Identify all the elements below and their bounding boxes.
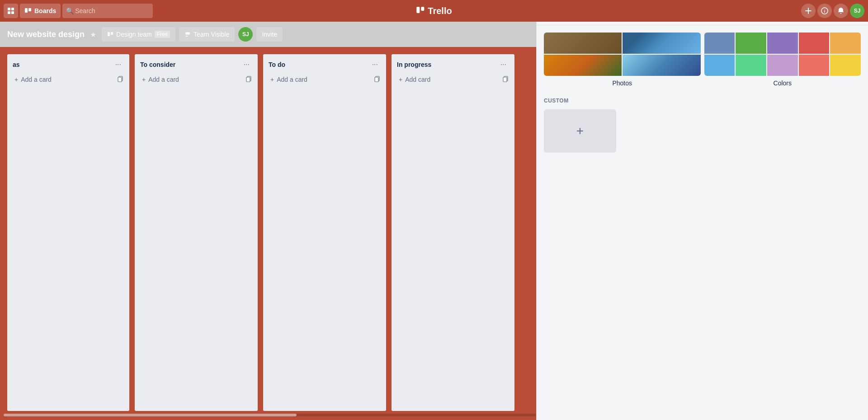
copy-card-button-to-consider[interactable]: [244, 74, 254, 85]
add-card-row-to-consider: + Add a card: [138, 73, 254, 86]
colors-thumbnail: [704, 33, 861, 76]
color-swatch-1: [704, 33, 735, 54]
list-title-in-progress: In progress: [397, 61, 431, 68]
board-title: New website design: [7, 30, 85, 39]
board-avatar: SJ: [238, 27, 253, 42]
list-header-to-consider: To consider ···: [138, 58, 254, 70]
list-header-to-do: To do ···: [267, 58, 382, 70]
home-button[interactable]: [4, 4, 18, 18]
svg-rect-15: [118, 77, 122, 82]
add-card-row-to-do: + Add a card: [267, 73, 382, 86]
star-icon: ★: [90, 31, 96, 38]
color-swatch-7: [736, 55, 766, 76]
color-swatch-10: [830, 55, 861, 76]
svg-rect-2: [8, 11, 10, 14]
list-title: as: [13, 61, 20, 68]
svg-rect-0: [8, 8, 10, 10]
visibility-button[interactable]: Team Visible: [179, 27, 235, 42]
team-badge: Free: [155, 31, 170, 38]
invite-button[interactable]: Invite: [256, 27, 282, 42]
plus-icon-to-do: +: [270, 76, 274, 83]
color-swatch-9: [799, 55, 830, 76]
info-button[interactable]: i: [817, 4, 832, 18]
colors-grid: [704, 33, 861, 76]
photos-thumbnail: [544, 33, 701, 76]
color-swatch-3: [767, 33, 798, 54]
photos-label: Photos: [612, 79, 632, 87]
design-team-button[interactable]: Design team Free: [102, 27, 175, 42]
custom-add-icon: +: [576, 124, 584, 138]
search-wrapper: 🔍: [62, 4, 153, 18]
add-card-row-in-progress: + Add card: [395, 73, 511, 86]
photo-4: [623, 55, 700, 76]
notification-button[interactable]: [834, 4, 848, 18]
color-swatch-2: [736, 33, 766, 54]
colors-option[interactable]: Colors: [704, 33, 861, 87]
svg-rect-21: [503, 77, 507, 82]
custom-section-title: Custom: [544, 98, 861, 104]
user-avatar[interactable]: SJ: [850, 4, 864, 18]
boards-label: Boards: [34, 7, 56, 14]
add-card-button-to-consider[interactable]: + Add a card: [138, 73, 244, 86]
list-partial: as ··· + Add a card: [7, 54, 129, 411]
custom-section: Custom +: [544, 98, 861, 153]
photos-option[interactable]: Photos: [544, 33, 701, 87]
svg-rect-3: [11, 11, 14, 14]
scroll-track: [4, 414, 536, 416]
boards-button[interactable]: Boards: [20, 4, 61, 18]
plus-icon-in-progress: +: [399, 76, 402, 83]
star-button[interactable]: ★: [88, 28, 98, 41]
lists-container: as ··· + Add a card To consider: [0, 47, 536, 420]
list-header: as ···: [11, 58, 126, 70]
svg-rect-4: [25, 8, 28, 13]
svg-rect-1: [11, 8, 14, 10]
add-card-label-to-do: Add a card: [277, 76, 307, 83]
add-card-row: + Add a card: [11, 73, 126, 86]
add-card-label-to-consider: Add a card: [148, 76, 179, 83]
add-card-button[interactable]: + Add a card: [11, 73, 116, 86]
plus-icon: +: [14, 76, 18, 83]
avatar-text: SJ: [854, 8, 861, 14]
photo-3: [544, 55, 622, 76]
list-title-to-do: To do: [269, 61, 285, 68]
logo-text: Trello: [428, 6, 452, 16]
svg-rect-5: [28, 8, 31, 11]
add-card-button-to-do[interactable]: + Add a card: [267, 73, 373, 86]
add-card-button-in-progress[interactable]: + Add card: [395, 73, 501, 86]
custom-add-button[interactable]: +: [544, 109, 616, 153]
list-to-do: To do ··· + Add a card: [263, 54, 386, 411]
svg-text:i: i: [824, 9, 826, 14]
copy-card-button-in-progress[interactable]: [501, 74, 511, 85]
list-header-in-progress: In progress ···: [395, 58, 511, 70]
side-panel: ‹ Change Background ×: [536, 0, 868, 420]
colors-label: Colors: [774, 79, 792, 87]
list-in-progress: In progress ··· + Add card: [392, 54, 514, 411]
photo-2: [623, 33, 700, 54]
list-title-to-consider: To consider: [140, 61, 175, 68]
list-to-consider: To consider ··· + Add a card: [135, 54, 258, 411]
list-menu-button-to-do[interactable]: ···: [369, 60, 381, 70]
svg-rect-17: [246, 77, 250, 82]
visibility-label: Team Visible: [193, 31, 229, 38]
list-menu-button-to-consider[interactable]: ···: [241, 60, 252, 70]
trello-logo: Trello: [416, 6, 452, 16]
color-swatch-6: [704, 55, 735, 76]
copy-card-button[interactable]: [116, 74, 126, 85]
svg-rect-10: [108, 32, 110, 36]
photos-collage: [544, 33, 701, 76]
color-swatch-4: [799, 33, 830, 54]
svg-rect-11: [111, 32, 113, 35]
page-wrapper: Boards 🔍 Trello i: [0, 0, 868, 420]
svg-rect-19: [375, 77, 378, 82]
top-nav: Boards 🔍 Trello i: [0, 0, 868, 22]
scroll-thumb[interactable]: [4, 414, 297, 416]
list-menu-button-in-progress[interactable]: ···: [498, 60, 509, 70]
plus-icon-to-consider: +: [142, 76, 146, 83]
search-input[interactable]: [62, 4, 153, 18]
add-button[interactable]: [801, 4, 816, 18]
copy-card-button-to-do[interactable]: [373, 74, 382, 85]
color-swatch-5: [830, 33, 861, 54]
svg-point-13: [187, 32, 190, 35]
add-card-label-in-progress: Add card: [405, 76, 430, 83]
list-menu-button[interactable]: ···: [113, 60, 124, 70]
